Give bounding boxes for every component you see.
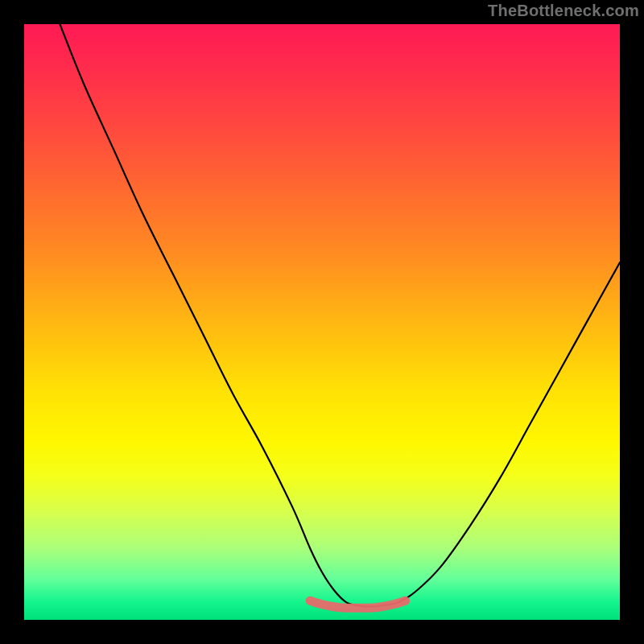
chart-plot-area <box>24 24 620 620</box>
watermark-text: TheBottleneck.com <box>488 2 639 20</box>
chart-frame: TheBottleneck.com <box>0 0 644 644</box>
bottom-marker-path <box>310 601 405 608</box>
chart-svg <box>24 24 620 620</box>
curve-path <box>60 24 620 607</box>
